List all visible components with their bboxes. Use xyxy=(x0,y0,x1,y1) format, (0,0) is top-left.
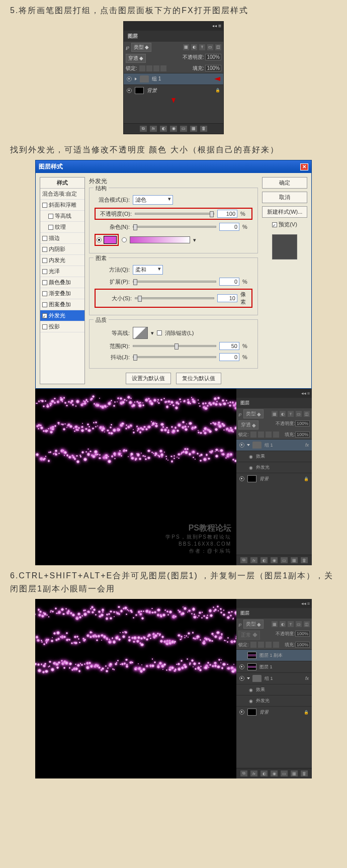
group-icon[interactable]: ▭ xyxy=(180,126,187,132)
range-input[interactable]: 50 xyxy=(219,342,239,350)
lock-icon: 🔒 xyxy=(215,88,220,93)
layer-1[interactable]: 图层 1 xyxy=(236,661,312,672)
filter-smart-icon[interactable]: ◫ xyxy=(215,44,221,50)
preview-swatch xyxy=(272,234,297,259)
lock-image-icon[interactable] xyxy=(146,65,152,71)
step5b-text: 找到外发光，可适当修改不透明度 颜色 大小（根据自己的喜好来） xyxy=(0,139,347,160)
range-slider[interactable] xyxy=(133,345,216,347)
style-header[interactable]: 样式 xyxy=(40,178,84,189)
link-icon[interactable]: ⧉ xyxy=(140,126,147,132)
spread-slider[interactable] xyxy=(133,281,216,283)
noise-input[interactable]: 0 xyxy=(219,223,239,231)
layer-style-dialog: 图层样式 ✕ 样式 混合选项:自定 斜面和浮雕 等高线 纹理 描边 内阴影 内发… xyxy=(35,160,312,389)
blend-options[interactable]: 混合选项:自定 xyxy=(40,189,84,200)
filter-shape-icon[interactable]: ▭ xyxy=(207,44,213,50)
trash-icon[interactable]: 🗑 xyxy=(200,126,207,132)
pattern-overlay[interactable]: 图案叠加 xyxy=(40,299,84,310)
lock-all-icon[interactable] xyxy=(160,65,166,71)
filter-type-icon[interactable]: T xyxy=(199,44,205,50)
texture[interactable]: 纹理 xyxy=(40,222,84,233)
contour-swatch[interactable] xyxy=(133,327,148,339)
visibility-icon[interactable] xyxy=(127,88,132,93)
layer-background[interactable]: 背景 🔒 xyxy=(124,84,223,96)
drop-shadow[interactable]: 投影 xyxy=(40,321,84,332)
technique-select[interactable]: 柔和 xyxy=(133,265,163,275)
filter-adjust-icon[interactable]: ◐ xyxy=(191,44,197,50)
watermark: PS教程论坛 学PS，就到PS教程论坛 BBS.16XX8.COM 作者：@卡乐… xyxy=(165,523,231,555)
layers-panel-result1: ◂◂≡ 图层 ℘类型◆ ▦◐T▭◫ 穿透◆不透明度:100% 锁定:填充:100… xyxy=(236,389,312,565)
blend-mode-dropdown[interactable]: 穿透◆ xyxy=(126,54,146,63)
visibility-icon[interactable] xyxy=(127,76,132,81)
outer-glow-fx-row[interactable]: ◉ 外发光 xyxy=(236,462,312,473)
color-overlay[interactable]: 颜色叠加 xyxy=(40,277,84,288)
result-preview-2: ◂◂≡ 图层 ℘类型◆ ▦◐T▭◫ 正常 ◆不透明度:100% 锁定:填充:10… xyxy=(35,599,312,778)
fill-value[interactable]: 100% xyxy=(205,65,221,71)
size-slider[interactable] xyxy=(135,297,214,299)
lock-position-icon[interactable] xyxy=(153,65,159,71)
adjustment-icon[interactable]: ◉ xyxy=(170,126,177,132)
layers-panel: ◂◂≡ 图层 ℘ 类型◆ ▦ ◐ T ▭ ◫ 穿透◆ 不透明度: 100% 锁定… xyxy=(123,21,224,134)
annotation-arrow xyxy=(214,77,220,81)
contour[interactable]: 等高线 xyxy=(40,211,84,222)
color-radio[interactable] xyxy=(97,237,102,242)
layer-group1-collapsed[interactable]: 组 1 fx xyxy=(236,672,312,684)
layers-panel-result2: ◂◂≡ 图层 ℘类型◆ ▦◐T▭◫ 正常 ◆不透明度:100% 锁定:填充:10… xyxy=(236,599,312,778)
stroke[interactable]: 描边 xyxy=(40,233,84,244)
reset-default-button[interactable]: 复位为默认值 xyxy=(176,373,221,384)
opacity-slider[interactable] xyxy=(135,213,214,215)
ok-button[interactable]: 确定 xyxy=(262,177,307,189)
sparkle-canvas: PS教程论坛 学PS，就到PS教程论坛 BBS.16XX8.COM 作者：@卡乐… xyxy=(35,389,236,560)
lock-transparent-icon[interactable] xyxy=(139,65,145,71)
opacity-value[interactable]: 100% xyxy=(205,54,221,60)
cancel-button[interactable]: 取消 xyxy=(262,192,307,203)
set-default-button[interactable]: 设置为默认值 xyxy=(126,373,171,384)
style-list: 样式 混合选项:自定 斜面和浮雕 等高线 纹理 描边 内阴影 内发光 光泽 颜色… xyxy=(40,177,85,384)
layer-group1[interactable]: 组 1 xyxy=(124,73,223,84)
sparkle-canvas xyxy=(35,599,236,775)
inner-shadow[interactable]: 内阴影 xyxy=(40,244,84,255)
gradient-overlay[interactable]: 渐变叠加 xyxy=(40,288,84,299)
panel-title: 图层 xyxy=(124,31,223,42)
annotation-arrow-down xyxy=(171,98,176,103)
noise-slider[interactable] xyxy=(133,226,216,228)
gradient-radio[interactable] xyxy=(122,237,127,242)
layer-background[interactable]: 背景🔒 xyxy=(236,473,312,484)
layer-background[interactable]: 背景🔒 xyxy=(236,706,312,718)
layer-thumb xyxy=(135,87,144,94)
satin[interactable]: 光泽 xyxy=(40,266,84,277)
inner-glow[interactable]: 内发光 xyxy=(40,255,84,266)
dialog-title: 图层样式 xyxy=(39,162,63,171)
result-preview-1: PS教程论坛 学PS，就到PS教程论坛 BBS.16XX8.COM 作者：@卡乐… xyxy=(35,389,312,565)
outer-glow-heading: 外发光 xyxy=(89,177,258,186)
new-layer-icon[interactable]: ▦ xyxy=(190,126,197,132)
layer-1-copy[interactable]: 图层 1 副本 xyxy=(236,649,312,661)
mask-icon[interactable]: ◐ xyxy=(160,126,167,132)
bevel-emboss[interactable]: 斜面和浮雕 xyxy=(40,200,84,211)
layer-group1[interactable]: 组 1 fx xyxy=(236,439,312,451)
kind-dropdown[interactable]: 类型◆ xyxy=(131,43,151,52)
antialias-checkbox[interactable] xyxy=(157,330,162,335)
gradient-swatch[interactable] xyxy=(130,236,190,243)
new-style-button[interactable]: 新建样式(W)... xyxy=(262,206,307,218)
opacity-input[interactable]: 100 xyxy=(217,210,237,218)
fx-button[interactable]: fx xyxy=(150,126,157,132)
step6-text: 6.CTRL+SHIFT+ALT+E合并可见图层(图层1) ，并复制一层（图层1… xyxy=(0,565,347,599)
size-input[interactable]: 10 xyxy=(217,294,237,302)
folder-icon xyxy=(140,75,149,82)
preview-checkbox[interactable] xyxy=(272,222,277,227)
jitter-slider[interactable] xyxy=(133,356,216,358)
glow-color-swatch[interactable] xyxy=(104,236,117,244)
jitter-input[interactable]: 0 xyxy=(219,353,239,361)
close-button[interactable]: ✕ xyxy=(300,163,308,170)
effects-row[interactable]: ◉ 效果 xyxy=(236,451,312,462)
spread-input[interactable]: 0 xyxy=(219,278,239,286)
blend-mode-select[interactable]: 滤色 xyxy=(133,195,173,205)
filter-pixel-icon[interactable]: ▦ xyxy=(183,44,189,50)
outer-glow[interactable]: 外发光 xyxy=(40,310,84,321)
step5-text: 5.将所画笔图层打组，点击图层面板下方的FX打开图层样式 xyxy=(0,0,347,21)
